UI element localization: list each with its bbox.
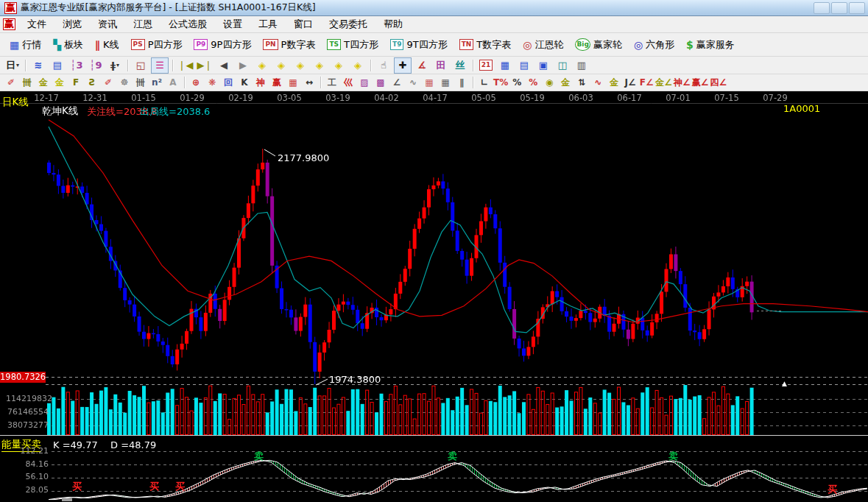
updown-tool[interactable]: ⇅ (574, 74, 590, 91)
width-tool[interactable]: ↔ (301, 74, 317, 91)
notes-button[interactable]: ▤ (515, 57, 533, 74)
menu-item-2[interactable]: 浏览 (54, 15, 90, 33)
kline-button[interactable]: ∥K线 (90, 36, 124, 54)
shift-left-button[interactable]: ◈ (253, 57, 271, 74)
percent-tool[interactable]: % (509, 74, 525, 91)
bars-9-button[interactable]: ┆9 (87, 57, 105, 74)
n2-tool[interactable]: n² (149, 74, 165, 91)
gann-grid-button[interactable]: 田 (432, 57, 450, 74)
main-toolbar: ▦行情▚板块∥K线PSP四方形P99P四方形PNP数字表TST四方形T99T四方… (0, 33, 868, 57)
p-square-button[interactable]: PSP四方形 (126, 36, 188, 54)
t9-square-button[interactable]: T99T四方形 (385, 36, 453, 54)
expand-all-button[interactable]: ◈ (349, 57, 367, 74)
calculator-button[interactable]: ▦ (496, 57, 514, 74)
gold-circle-tool[interactable]: ◉ (541, 74, 557, 91)
expand-h-button[interactable]: ◈ (292, 57, 309, 74)
k-mark-tool[interactable]: K (236, 74, 253, 91)
ying-tool[interactable]: 赢 (269, 74, 285, 91)
menu-item-7[interactable]: 工具 (250, 15, 286, 33)
single-candle-dropdown[interactable]: ǂ▾ (106, 57, 124, 74)
hexagon-button[interactable]: ◎六角形 (629, 36, 680, 54)
next-button[interactable]: ▶ (234, 57, 252, 74)
s-ruler-tool[interactable]: Ƨ (84, 74, 100, 91)
ruler2-tool[interactable]: 卌 (133, 74, 149, 91)
hand-tool-button[interactable]: ☝ (375, 57, 392, 74)
angle-pen-tool[interactable]: ✐ (3, 74, 19, 91)
grid-tool[interactable]: ▦ (285, 74, 301, 91)
gold-angle-tool[interactable]: 金∠ (654, 74, 673, 91)
bars-3-button[interactable]: ┆3 (68, 57, 85, 74)
star-target-tool[interactable]: ❋ (204, 74, 220, 91)
trend-wave-button[interactable]: ≋ (29, 57, 47, 74)
red-grid-tool[interactable]: ▦ (421, 74, 437, 91)
menu-item-6[interactable]: 设置 (215, 15, 250, 33)
a-tool[interactable]: A (165, 74, 181, 91)
percent-line-tool[interactable]: % (525, 74, 541, 91)
last-page-button[interactable]: ▶❘ (196, 57, 214, 74)
t-table-button[interactable]: TNT数字表 (454, 36, 517, 54)
menu-item-5[interactable]: 公式选股 (160, 15, 215, 33)
first-page-button[interactable]: ❘◀ (177, 57, 194, 74)
p9-square-button[interactable]: P99P四方形 (188, 36, 256, 54)
print-button[interactable]: ▥ (573, 57, 590, 74)
winner-service-button[interactable]: $赢家服务 (681, 36, 740, 54)
silk-line-button[interactable]: 丝 (451, 57, 469, 74)
close-button[interactable] (849, 2, 865, 14)
gold-ruler-tool[interactable]: 金 (35, 74, 52, 91)
t-square-button[interactable]: TST四方形 (322, 36, 384, 54)
crosshair-tool-button[interactable]: ✚ (394, 57, 412, 74)
shen-tool[interactable]: 神 (253, 74, 269, 91)
beam-tool[interactable]: 工 (324, 74, 340, 91)
menu-item-4[interactable]: 江恩 (125, 15, 160, 33)
menu-item-3[interactable]: 资讯 (90, 15, 125, 33)
wave-line-tool[interactable]: ∿ (405, 74, 421, 91)
ying-angle-tool[interactable]: 赢∠ (691, 74, 710, 91)
menu-item-1[interactable]: 文件 (19, 15, 54, 33)
maximize-button[interactable] (831, 2, 847, 14)
si-angle-tool[interactable]: 四∠ (710, 74, 728, 91)
menu-item-10[interactable]: 帮助 (375, 15, 411, 33)
scale-tool[interactable]: ∟ (476, 74, 493, 91)
compress-h-button[interactable]: ◈ (311, 57, 328, 74)
dark-grid-tool[interactable]: ▦ (437, 74, 454, 91)
f-angle-tool[interactable]: F∠ (638, 74, 654, 91)
red-fan-tool[interactable]: 巛 (340, 74, 356, 91)
ruler-tool[interactable]: 卌 (19, 74, 35, 91)
minimize-button[interactable] (814, 2, 830, 14)
save-button[interactable]: ▣ (534, 57, 552, 74)
circle-target-tool[interactable]: ⊕ (188, 74, 204, 91)
angle-measure-button[interactable]: ∡ (413, 57, 431, 74)
quotes-button[interactable]: ▦行情 (4, 36, 46, 54)
menu-item-8[interactable]: 窗口 (286, 15, 321, 33)
f-ruler-tool[interactable]: F (68, 74, 84, 91)
angle-pen2-tool[interactable]: ✐ (100, 74, 116, 91)
shift-right-button[interactable]: ◈ (272, 57, 290, 74)
volume-profile-button[interactable]: ☰ (151, 57, 169, 74)
menu-item-9[interactable]: 交易委托 (321, 15, 375, 33)
export-button[interactable]: ◫ (554, 57, 571, 74)
t-percent-tool[interactable]: T% (493, 74, 509, 91)
expand-v-button[interactable]: ◈ (330, 57, 347, 74)
parallel-lines-tool[interactable]: ∥ (454, 74, 470, 91)
gold-line2-tool[interactable]: 金 (606, 74, 622, 91)
purple-fan-tool[interactable]: ▨ (356, 74, 373, 91)
info-doc-button[interactable]: ▤ (49, 57, 66, 74)
j-angle-tool[interactable]: J∠ (622, 74, 638, 91)
winner-wheel-button[interactable]: Big赢家轮 (570, 36, 627, 54)
red-wave-tool[interactable]: ∿ (590, 74, 606, 91)
pattern-button[interactable]: ◱ (132, 57, 149, 74)
gold-ruler2-tool[interactable]: 金 (52, 74, 68, 91)
p-table-button[interactable]: PNP数字表 (258, 36, 320, 54)
sectors-button[interactable]: ▚板块 (48, 36, 88, 54)
wheel-tool[interactable]: ☸ (116, 74, 133, 91)
gann-wheel-button[interactable]: ◎江恩轮 (518, 36, 568, 54)
square-target-tool[interactable]: 回 (220, 74, 236, 91)
box-fan-tool[interactable]: ▩ (373, 74, 389, 91)
period-day-dropdown[interactable]: 日▾ (4, 57, 21, 74)
shen-angle-tool[interactable]: 神∠ (673, 74, 691, 91)
horizontal-scrollbar-thumb[interactable] (62, 498, 72, 501)
angle-line-tool[interactable]: ∠ (389, 74, 405, 91)
calendar-button[interactable]: 21 (477, 57, 495, 74)
gold-line-tool[interactable]: 金 (557, 74, 574, 91)
prev-button[interactable]: ◀ (215, 57, 233, 74)
